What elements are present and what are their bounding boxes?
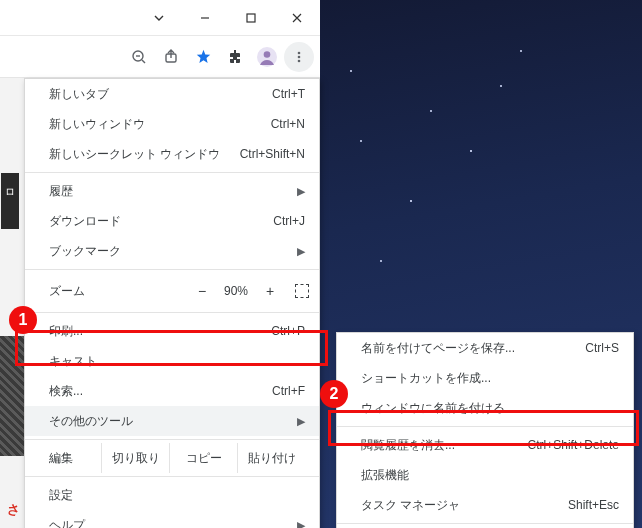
menu-item-settings[interactable]: 設定 bbox=[25, 480, 319, 510]
menu-label: 印刷... bbox=[49, 323, 263, 340]
menu-item-new-tab[interactable]: 新しいタブ Ctrl+T bbox=[25, 79, 319, 109]
menu-label: 名前を付けてページを保存... bbox=[361, 340, 577, 357]
menu-shortcut: Ctrl+J bbox=[273, 214, 305, 228]
cropped-page-tile: ロ bbox=[1, 173, 19, 229]
share-icon[interactable] bbox=[156, 42, 186, 72]
menu-label: ダウンロード bbox=[49, 213, 265, 230]
edit-cut-button[interactable]: 切り取り bbox=[101, 443, 169, 473]
menu-item-bookmarks[interactable]: ブックマーク ▶ bbox=[25, 236, 319, 266]
submenu-item-task-manager[interactable]: タスク マネージャ Shift+Esc bbox=[337, 490, 633, 520]
menu-separator bbox=[337, 523, 633, 524]
menu-item-incognito[interactable]: 新しいシークレット ウィンドウ Ctrl+Shift+N bbox=[25, 139, 319, 169]
submenu-arrow-icon: ▶ bbox=[297, 185, 305, 198]
extensions-icon[interactable] bbox=[220, 42, 250, 72]
svg-rect-1 bbox=[247, 14, 255, 22]
menu-item-help[interactable]: ヘルプ ▶ bbox=[25, 510, 319, 528]
profile-avatar-icon[interactable] bbox=[252, 42, 282, 72]
window-controls bbox=[0, 0, 320, 36]
minimize-button[interactable] bbox=[182, 0, 228, 36]
submenu-item-name-window[interactable]: ウィンドウに名前を付ける... bbox=[337, 393, 633, 423]
menu-shortcut: Ctrl+Shift+Delete bbox=[528, 438, 619, 452]
zoom-in-button[interactable]: + bbox=[253, 283, 287, 299]
fullscreen-icon[interactable] bbox=[295, 284, 309, 298]
submenu-arrow-icon: ▶ bbox=[297, 415, 305, 428]
menu-label: 閲覧履歴を消去... bbox=[361, 437, 520, 454]
submenu-item-save-page[interactable]: 名前を付けてページを保存... Ctrl+S bbox=[337, 333, 633, 363]
menu-item-cast[interactable]: キャスト... bbox=[25, 346, 319, 376]
submenu-item-extensions[interactable]: 拡張機能 bbox=[337, 460, 633, 490]
more-tools-submenu: 名前を付けてページを保存... Ctrl+S ショートカットを作成... ウィン… bbox=[336, 332, 634, 528]
svg-point-10 bbox=[298, 59, 301, 62]
menu-label: ウィンドウに名前を付ける... bbox=[361, 400, 619, 417]
menu-item-edit: 編集 切り取り コピー 貼り付け bbox=[25, 443, 319, 473]
menu-separator bbox=[25, 269, 319, 270]
edit-label: 編集 bbox=[49, 450, 101, 467]
browser-toolbar bbox=[0, 36, 320, 78]
submenu-item-clear-browsing-data[interactable]: 閲覧履歴を消去... Ctrl+Shift+Delete bbox=[337, 430, 633, 460]
menu-shortcut: Ctrl+T bbox=[272, 87, 305, 101]
menu-separator bbox=[337, 426, 633, 427]
zoom-value: 90% bbox=[219, 284, 253, 298]
edit-paste-button[interactable]: 貼り付け bbox=[237, 443, 305, 473]
svg-point-7 bbox=[264, 51, 271, 58]
edit-copy-button[interactable]: コピー bbox=[169, 443, 237, 473]
kebab-menu-icon[interactable] bbox=[284, 42, 314, 72]
menu-label: その他のツール bbox=[49, 413, 289, 430]
menu-shortcut: Ctrl+F bbox=[272, 384, 305, 398]
menu-item-history[interactable]: 履歴 ▶ bbox=[25, 176, 319, 206]
menu-label: ブックマーク bbox=[49, 243, 289, 260]
menu-item-new-window[interactable]: 新しいウィンドウ Ctrl+N bbox=[25, 109, 319, 139]
menu-label: 新しいタブ bbox=[49, 86, 264, 103]
maximize-button[interactable] bbox=[228, 0, 274, 36]
menu-shortcut: Ctrl+N bbox=[271, 117, 305, 131]
menu-label: 新しいウィンドウ bbox=[49, 116, 263, 133]
svg-line-3 bbox=[142, 60, 145, 63]
menu-label: 検索... bbox=[49, 383, 264, 400]
submenu-arrow-icon: ▶ bbox=[297, 519, 305, 529]
menu-label: タスク マネージャ bbox=[361, 497, 560, 514]
menu-label: 新しいシークレット ウィンドウ bbox=[49, 146, 232, 163]
submenu-item-create-shortcut[interactable]: ショートカットを作成... bbox=[337, 363, 633, 393]
bookmark-star-icon[interactable] bbox=[188, 42, 218, 72]
annotation-badge-1: 1 bbox=[9, 306, 37, 334]
menu-separator bbox=[25, 172, 319, 173]
menu-label: 履歴 bbox=[49, 183, 289, 200]
svg-point-9 bbox=[298, 55, 301, 58]
annotation-badge-2: 2 bbox=[320, 380, 348, 408]
zoom-out-button[interactable]: − bbox=[185, 283, 219, 299]
zoom-label: ズーム bbox=[49, 283, 185, 300]
page-background-strip: ロ さ bbox=[0, 78, 24, 528]
menu-item-downloads[interactable]: ダウンロード Ctrl+J bbox=[25, 206, 319, 236]
menu-item-print[interactable]: 印刷... Ctrl+P bbox=[25, 316, 319, 346]
menu-label: 拡張機能 bbox=[361, 467, 619, 484]
menu-separator bbox=[25, 312, 319, 313]
menu-shortcut: Ctrl+S bbox=[585, 341, 619, 355]
menu-label: ショートカットを作成... bbox=[361, 370, 619, 387]
menu-item-find[interactable]: 検索... Ctrl+F bbox=[25, 376, 319, 406]
svg-point-8 bbox=[298, 51, 301, 54]
close-button[interactable] bbox=[274, 0, 320, 36]
menu-item-zoom: ズーム − 90% + bbox=[25, 273, 319, 309]
menu-separator bbox=[25, 439, 319, 440]
menu-shortcut: Ctrl+Shift+N bbox=[240, 147, 305, 161]
menu-label: 設定 bbox=[49, 487, 305, 504]
zoom-indicator-icon[interactable] bbox=[124, 42, 154, 72]
menu-shortcut: Shift+Esc bbox=[568, 498, 619, 512]
tab-dropdown-icon[interactable] bbox=[136, 0, 182, 36]
chrome-main-menu: 新しいタブ Ctrl+T 新しいウィンドウ Ctrl+N 新しいシークレット ウ… bbox=[24, 78, 320, 528]
browser-window-frame bbox=[0, 0, 320, 78]
cropped-page-text: さ bbox=[7, 501, 20, 519]
submenu-arrow-icon: ▶ bbox=[297, 245, 305, 258]
menu-item-more-tools[interactable]: その他のツール ▶ bbox=[25, 406, 319, 436]
cropped-page-image bbox=[0, 336, 24, 456]
menu-shortcut: Ctrl+P bbox=[271, 324, 305, 338]
menu-label: ヘルプ bbox=[49, 517, 289, 529]
menu-label: キャスト... bbox=[49, 353, 305, 370]
menu-separator bbox=[25, 476, 319, 477]
